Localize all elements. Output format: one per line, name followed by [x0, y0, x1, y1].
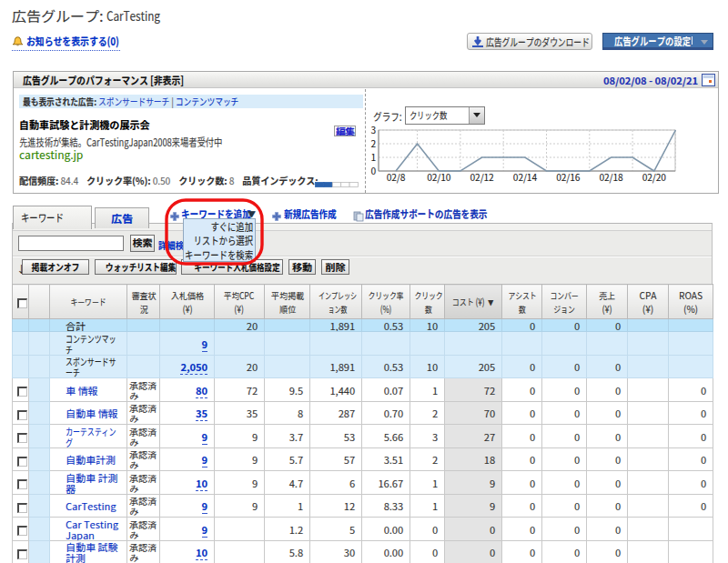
svg-text:0: 0	[370, 164, 376, 177]
svg-text:02/20: 02/20	[642, 170, 667, 184]
svg-text:2: 2	[370, 136, 376, 150]
svg-text:3: 3	[370, 126, 376, 136]
svg-text:02/14: 02/14	[513, 170, 538, 184]
svg-text:02/16: 02/16	[556, 170, 581, 184]
svg-text:02/12: 02/12	[470, 170, 495, 184]
svg-text:1: 1	[370, 150, 376, 164]
svg-text:02/10: 02/10	[427, 170, 451, 184]
svg-text:02/18: 02/18	[599, 170, 623, 184]
svg-text:02/8: 02/8	[387, 170, 406, 184]
